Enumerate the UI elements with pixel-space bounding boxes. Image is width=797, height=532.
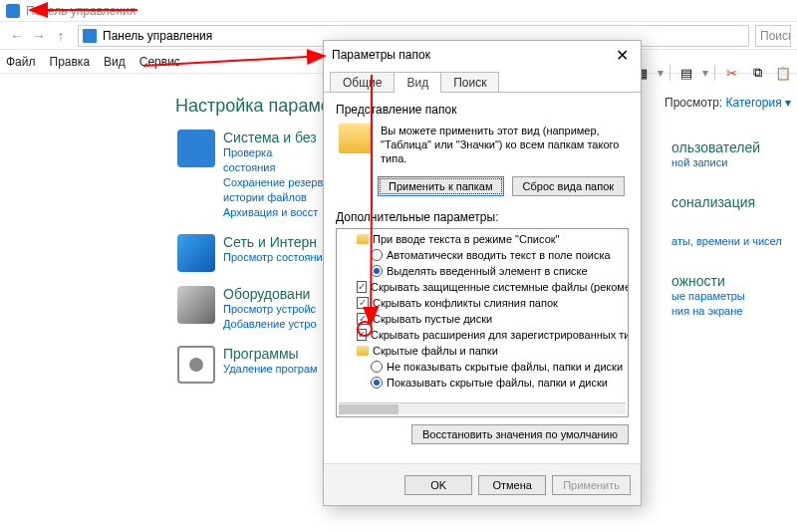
breadcrumb: Панель управления [103, 29, 212, 43]
setting-label: Скрывать пустые диски [373, 313, 492, 325]
checkbox[interactable] [357, 297, 369, 309]
folder-icon [357, 234, 369, 244]
category-item: Сеть и ИнтернПросмотр состояни [177, 234, 327, 272]
up-button[interactable]: ↑ [50, 25, 72, 47]
radio[interactable] [371, 361, 383, 373]
category-link[interactable]: Сохранение резерв [223, 175, 327, 190]
advanced-settings-list[interactable]: При вводе текста в режиме "Список"Автома… [336, 228, 629, 417]
apply-to-folders-button[interactable]: Применить к папкам [378, 176, 504, 196]
category-icon [177, 286, 215, 324]
advanced-setting-row[interactable]: Показывать скрытые файлы, папки и диски [341, 375, 628, 391]
tab-general[interactable]: Общие [330, 72, 395, 93]
app-icon [6, 4, 20, 18]
category-icon [177, 346, 215, 384]
advanced-setting-row[interactable]: Не показывать скрытые файлы, папки и дис… [341, 359, 628, 375]
radio[interactable] [371, 265, 383, 277]
cancel-button[interactable]: Отмена [478, 475, 546, 495]
highlight-circle [357, 321, 373, 337]
checkbox[interactable] [357, 281, 367, 293]
setting-label: При вводе текста в режиме "Список" [373, 233, 559, 245]
advanced-setting-row[interactable]: Скрытые файлы и папки [341, 343, 628, 359]
category-link[interactable]: истории файлов [223, 190, 327, 205]
setting-label: Автоматически вводить текст в поле поиск… [387, 249, 611, 261]
setting-label: Скрывать конфликты слияния папок [373, 297, 558, 309]
view-label: Просмотр: [664, 96, 722, 110]
setting-label: Скрывать расширения для зарегистрированн… [371, 329, 628, 341]
dialog-title: Параметры папок [332, 48, 612, 62]
cut-icon[interactable]: ✂ [721, 63, 741, 83]
menu-file[interactable]: Файл [6, 55, 36, 69]
category-title[interactable]: Программы [223, 346, 318, 362]
category-title[interactable]: Оборудовани [223, 286, 317, 302]
category-icon [177, 234, 215, 272]
category-link[interactable]: Просмотр устройс [223, 302, 317, 317]
category-link[interactable]: Просмотр состояни [223, 250, 323, 265]
close-icon[interactable]: ✕ [612, 46, 633, 65]
advanced-setting-row[interactable]: Скрывать расширения для зарегистрированн… [341, 327, 628, 343]
horizontal-scrollbar[interactable] [339, 402, 626, 414]
category-link[interactable]: аты, времени и чисел [671, 234, 791, 249]
setting-label: Показывать скрытые файлы, папки и диски [387, 377, 608, 389]
category-link[interactable]: Добавление устро [223, 317, 317, 332]
category-link[interactable]: ые параметры [671, 289, 791, 304]
window-title: Панель управления [26, 4, 135, 18]
tab-search[interactable]: Поиск [440, 72, 499, 93]
radio[interactable] [371, 249, 383, 261]
apply-button[interactable]: Применить [552, 475, 631, 495]
folder-options-dialog: Параметры папок ✕ Общие Вид Поиск Предст… [323, 40, 642, 506]
advanced-setting-row[interactable]: Скрывать защищенные системные файлы (рек… [341, 279, 628, 295]
view-dropdown[interactable]: Категория [726, 96, 782, 110]
category-link[interactable]: Архивация и восст [223, 205, 327, 220]
advanced-setting-row[interactable]: Скрывать конфликты слияния папок [341, 295, 628, 311]
category-title[interactable]: ользователей [671, 139, 791, 155]
category-item: ПрограммыУдаление програм [177, 346, 327, 384]
setting-label: Не показывать скрытые файлы, папки и дис… [387, 361, 623, 373]
layout-icon[interactable]: ▤ [676, 63, 696, 83]
category-title[interactable]: ожности [671, 273, 791, 289]
radio[interactable] [371, 377, 383, 389]
folderview-text: Вы можете применить этот вид (например, … [381, 124, 626, 165]
category-item: ОборудованиПросмотр устройсДобавление ус… [177, 286, 327, 332]
category-item: Система и безПроверка состоянияСохранени… [177, 130, 327, 220]
category-icon [177, 130, 215, 167]
advanced-setting-row[interactable]: Скрывать пустые диски [341, 311, 628, 327]
ok-button[interactable]: OK [404, 475, 472, 495]
menu-tools[interactable]: Сервис [139, 55, 180, 69]
control-panel-icon [83, 29, 97, 43]
folderview-group-label: Представление папок [336, 103, 629, 117]
category-link[interactable]: ной записи [671, 155, 791, 170]
search-input[interactable]: Поиск [755, 25, 791, 47]
category-title[interactable]: сонализация [671, 194, 791, 210]
category-title[interactable]: Сеть и Интерн [223, 234, 323, 250]
forward-button[interactable]: → [28, 25, 50, 47]
reset-folders-button[interactable]: Сброс вида папок [512, 176, 626, 196]
setting-label: Скрывать защищенные системные файлы (рек… [371, 281, 628, 293]
setting-label: Скрытые файлы и папки [373, 345, 498, 357]
category-link[interactable]: Удаление програм [223, 362, 318, 377]
restore-defaults-button[interactable]: Восстановить значения по умолчанию [411, 424, 629, 444]
advanced-setting-row[interactable]: Выделять введенный элемент в списке [341, 263, 628, 279]
menu-edit[interactable]: Правка [50, 55, 91, 69]
menu-view[interactable]: Вид [104, 55, 126, 69]
advanced-group-label: Дополнительные параметры: [336, 210, 629, 224]
category-title[interactable]: Система и без [223, 130, 327, 145]
setting-label: Выделять введенный элемент в списке [387, 265, 588, 277]
paste-icon[interactable]: 📋 [773, 63, 793, 83]
back-button[interactable]: ← [6, 25, 28, 47]
folder-icon [357, 346, 369, 356]
advanced-setting-row[interactable]: При вводе текста в режиме "Список" [341, 231, 628, 247]
advanced-setting-row[interactable]: Автоматически вводить текст в поле поиск… [341, 247, 628, 263]
right-toolbar: ▦ ▾ ▤ ▾ ✂ ⧉ 📋 [632, 60, 793, 86]
category-link[interactable]: ния на экране [671, 304, 791, 319]
copy-icon[interactable]: ⧉ [747, 63, 767, 83]
tab-view[interactable]: Вид [394, 72, 441, 93]
category-link[interactable]: Проверка состояния [223, 145, 327, 175]
folder-icon [339, 124, 373, 153]
